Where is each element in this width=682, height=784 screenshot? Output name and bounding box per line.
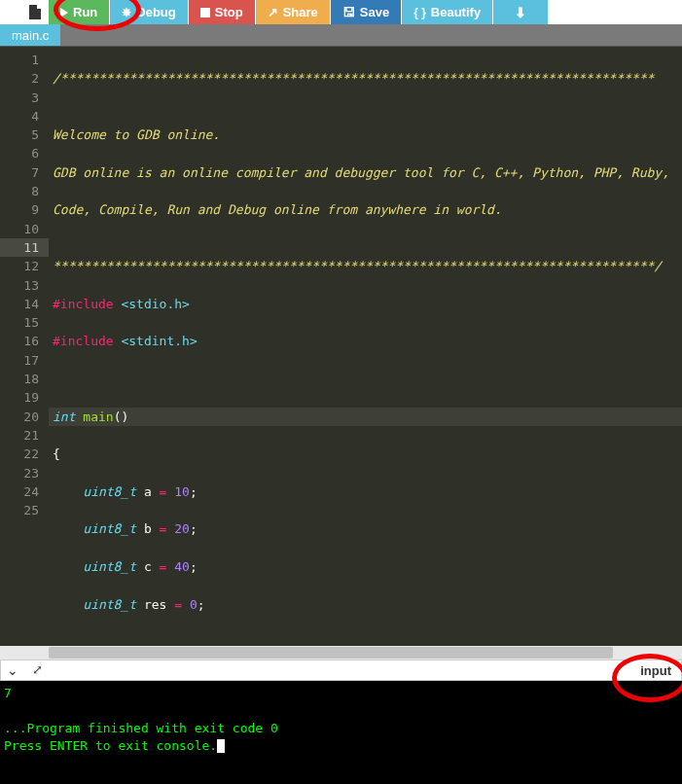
expand-icon[interactable]: ⤢ (32, 662, 43, 678)
code-area[interactable]: /***************************************… (49, 47, 682, 646)
scrollbar-thumb[interactable] (49, 647, 613, 659)
debug-label: Debug (136, 5, 175, 19)
share-label: Share (283, 5, 318, 19)
share-icon: ↗ (268, 5, 278, 19)
save-button[interactable]: 🖫 Save (331, 0, 401, 24)
input-tab[interactable]: input (640, 663, 675, 678)
share-button[interactable]: ↗ Share (256, 0, 330, 24)
debug-button[interactable]: ✸ Debug (110, 0, 187, 24)
tab-main-c[interactable]: main.c (0, 24, 60, 46)
toolbar: Run ✸ Debug Stop ↗ Share 🖫 Save { } Beau… (0, 0, 682, 24)
tab-bar: main.c (0, 24, 682, 46)
terminal-line: Press ENTER to exit console. (4, 738, 217, 753)
stop-label: Stop (215, 5, 243, 19)
download-icon: ⬇ (515, 5, 526, 20)
console-toolbar: ⌄ ⤢ input (0, 659, 682, 681)
stop-button[interactable]: Stop (189, 0, 255, 24)
play-icon (60, 8, 68, 18)
save-label: Save (360, 5, 389, 19)
cursor-icon (217, 739, 225, 753)
bug-icon: ✸ (122, 6, 131, 19)
braces-icon: { } (413, 6, 426, 19)
run-label: Run (73, 5, 97, 19)
terminal-line: ...Program finished with exit code 0 (4, 721, 278, 735)
horizontal-scrollbar[interactable] (0, 646, 682, 659)
save-icon: 🖫 (342, 5, 355, 19)
gutter: 1 2 3 4 5 6 7 8 9 10 11 12 13 14 15 16 1… (0, 47, 49, 646)
run-button[interactable]: Run (49, 0, 109, 24)
tab-label: main.c (12, 28, 49, 43)
terminal-line: 7 (4, 686, 12, 700)
terminal[interactable]: 7 ...Program finished with exit code 0 P… (0, 681, 682, 784)
editor[interactable]: 1 2 3 4 5 6 7 8 9 10 11 12 13 14 15 16 1… (0, 46, 682, 646)
beautify-button[interactable]: { } Beautify (402, 0, 492, 24)
stop-icon (200, 8, 210, 18)
beautify-label: Beautify (431, 5, 481, 19)
new-file-area[interactable] (0, 0, 49, 24)
chevron-down-icon[interactable]: ⌄ (7, 662, 18, 678)
download-button[interactable]: ⬇ (493, 0, 548, 24)
file-icon (29, 5, 41, 19)
